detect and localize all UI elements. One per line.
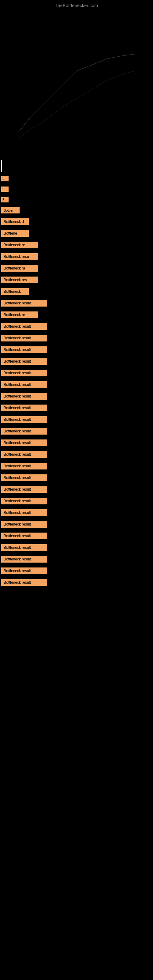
- bottleneck-result-badge: Bottleneck re: [1, 312, 38, 318]
- list-item: Bottleneck result: [1, 323, 153, 332]
- bottleneck-result-badge: Bottler: [1, 207, 19, 213]
- bottleneck-result-badge: Bottleneck result: [1, 323, 47, 330]
- list-item: Bottleneck result: [1, 556, 153, 565]
- bottleneck-result-badge: Bottleneck result: [1, 370, 47, 376]
- list-item: Bottleneck: [1, 288, 153, 297]
- bottleneck-result-badge: Bottleneck result: [1, 335, 47, 342]
- list-item: Bottleneck result: [1, 463, 153, 471]
- bottleneck-result-badge: Bottleneck resu: [1, 253, 38, 260]
- bottleneck-result-badge: Bottleneck result: [1, 428, 47, 434]
- bottleneck-result-badge: Bottlene: [1, 230, 29, 237]
- bottleneck-result-badge: Bottleneck result: [1, 346, 47, 353]
- list-item: Bottleneck result: [1, 404, 153, 413]
- list-item: Bottleneck result: [1, 451, 153, 460]
- site-title: TheBottlenecker.com: [0, 0, 153, 10]
- bottleneck-result-badge: Bottleneck result: [1, 393, 47, 400]
- list-item: Bottleneck result: [1, 474, 153, 483]
- list-item: E: [1, 186, 153, 194]
- bottleneck-result-badge: B: [1, 176, 9, 181]
- bottleneck-result-badge: Bottleneck d: [1, 218, 29, 225]
- bottleneck-result-badge: Bottleneck result: [1, 358, 47, 365]
- list-item: Bottleneck ra: [1, 265, 153, 274]
- list-item: Bottlene: [1, 230, 153, 239]
- list-item: B: [1, 197, 153, 204]
- chart-area: [0, 10, 153, 157]
- list-item: Bottleneck re: [1, 312, 153, 320]
- list-item: Bottleneck result: [1, 358, 153, 367]
- list-item: Bottleneck re: [1, 242, 153, 250]
- list-item: Bottleneck result: [1, 370, 153, 378]
- bottleneck-result-badge: Bottleneck result: [1, 521, 47, 528]
- list-item: Bottleneck result: [1, 579, 153, 588]
- bottleneck-result-badge: Bottleneck result: [1, 486, 47, 493]
- bottleneck-result-badge: Bottleneck result: [1, 463, 47, 469]
- bottleneck-result-badge: Bottleneck result: [1, 579, 47, 586]
- list-item: Bottler: [1, 207, 153, 215]
- bottleneck-result-badge: Bottleneck: [1, 288, 29, 295]
- list-item: B: [1, 175, 153, 183]
- list-item: Bottleneck result: [1, 533, 153, 541]
- bottleneck-result-badge: Bottleneck result: [1, 533, 47, 539]
- list-item: Bottleneck resu: [1, 253, 153, 262]
- bottleneck-result-badge: Bottleneck result: [1, 416, 47, 423]
- bottleneck-result-badge: Bottleneck result: [1, 509, 47, 516]
- bottleneck-result-badge: Bottleneck result: [1, 498, 47, 504]
- bottleneck-result-badge: Bottleneck res: [1, 277, 38, 283]
- bottleneck-container: BEBBottlerBottleneck dBottleneBottleneck…: [0, 175, 153, 588]
- list-item: Bottleneck result: [1, 381, 153, 390]
- bottleneck-result-badge: Bottleneck ra: [1, 265, 38, 272]
- bottleneck-result-badge: B: [1, 197, 9, 202]
- bottleneck-result-badge: Bottleneck result: [1, 300, 47, 307]
- bottleneck-result-badge: Bottleneck result: [1, 439, 47, 446]
- list-item: Bottleneck result: [1, 544, 153, 553]
- bottleneck-result-badge: Bottleneck result: [1, 381, 47, 388]
- bottleneck-result-badge: Bottleneck result: [1, 474, 47, 481]
- list-item: Bottleneck result: [1, 300, 153, 309]
- svg-rect-0: [0, 10, 153, 157]
- list-item: Bottleneck result: [1, 335, 153, 343]
- bottleneck-result-badge: E: [1, 186, 9, 192]
- bottleneck-result-badge: Bottleneck result: [1, 568, 47, 574]
- list-item: Bottleneck result: [1, 568, 153, 576]
- list-item: Bottleneck result: [1, 428, 153, 436]
- list-item: Bottleneck result: [1, 346, 153, 355]
- bottleneck-result-badge: Bottleneck result: [1, 451, 47, 458]
- bottleneck-result-badge: Bottleneck result: [1, 404, 47, 411]
- bottleneck-result-badge: Bottleneck re: [1, 242, 38, 248]
- list-item: Bottleneck result: [1, 416, 153, 425]
- list-item: Bottleneck d: [1, 218, 153, 227]
- list-item: Bottleneck res: [1, 277, 153, 285]
- list-item: Bottleneck result: [1, 486, 153, 495]
- list-item: Bottleneck result: [1, 439, 153, 448]
- bottleneck-result-badge: Bottleneck result: [1, 544, 47, 551]
- bottleneck-result-badge: Bottleneck result: [1, 556, 47, 563]
- list-item: Bottleneck result: [1, 393, 153, 401]
- divider-line: [1, 160, 2, 172]
- list-item: Bottleneck result: [1, 498, 153, 506]
- list-item: Bottleneck result: [1, 509, 153, 518]
- list-item: Bottleneck result: [1, 521, 153, 530]
